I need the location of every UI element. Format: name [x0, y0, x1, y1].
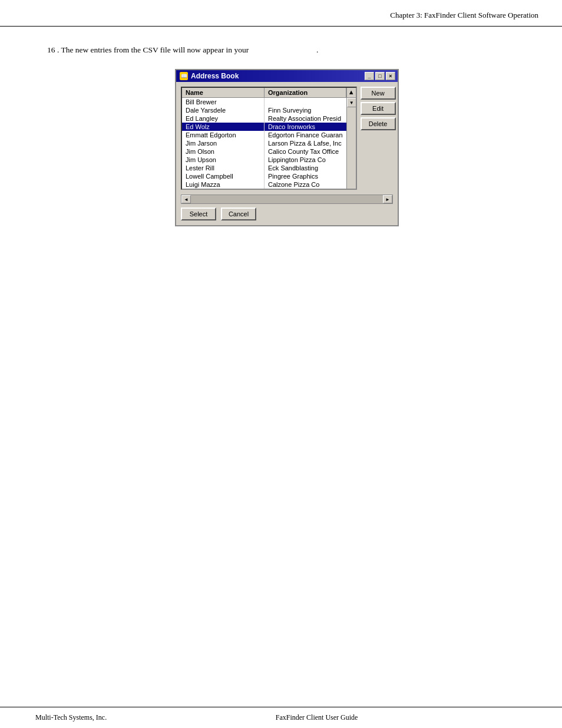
- minimize-button[interactable]: _: [365, 72, 374, 80]
- cell-org: Larson Pizza & Lafse, Inc: [265, 139, 346, 147]
- page-header: Chapter 3: FaxFinder Client Software Ope…: [0, 0, 562, 27]
- page-footer: Multi-Tech Systems, Inc. FaxFinder Clien…: [0, 707, 562, 728]
- column-header-name: Name: [182, 88, 265, 97]
- select-button[interactable]: Select: [181, 207, 216, 220]
- cell-name: Jim Olson: [182, 147, 265, 156]
- list-item[interactable]: Jim Olson Calico County Tax Office: [182, 147, 346, 156]
- dialog-title: Address Book: [191, 72, 239, 80]
- cell-name: Luigi Mazza: [182, 180, 265, 189]
- list-item-selected[interactable]: Ed Wolz Draco Ironworks: [182, 123, 346, 131]
- list-item[interactable]: Ed Langley Realty Association Presid: [182, 114, 346, 123]
- cancel-button[interactable]: Cancel: [221, 207, 256, 220]
- cell-name: Emmatt Edgorton: [182, 131, 265, 139]
- vertical-scrollbar[interactable]: ▼: [346, 98, 356, 189]
- chapter-title: Chapter 3: FaxFinder Client Software Ope…: [390, 11, 538, 20]
- cell-org: Edgorton Finance Guaran: [265, 131, 346, 139]
- cell-org: Lippington Pizza Co: [265, 156, 346, 164]
- cell-org: Pingree Graphics: [265, 172, 346, 180]
- list-item[interactable]: Dale Yarsdele Finn Surveying: [182, 106, 346, 114]
- edit-button[interactable]: Edit: [361, 102, 396, 115]
- cell-name: Jim Upson: [182, 156, 265, 164]
- cell-name: Lester Rill: [182, 164, 265, 172]
- title-bar: 📖 Address Book _ □ ×: [176, 70, 398, 82]
- scroll-right-btn[interactable]: ►: [383, 195, 392, 203]
- list-item[interactable]: Jim Jarson Larson Pizza & Lafse, Inc: [182, 139, 346, 147]
- list-item[interactable]: Bill Brewer: [182, 98, 346, 106]
- address-book-dialog: 📖 Address Book _ □ × Name Or: [175, 69, 399, 226]
- column-header-org: Organization: [265, 88, 346, 97]
- cell-org: Draco Ironworks: [265, 123, 346, 131]
- maximize-button[interactable]: □: [375, 72, 385, 80]
- cell-name: Lowell Campbell: [182, 172, 265, 180]
- bottom-buttons: Select Cancel: [176, 204, 398, 225]
- right-buttons: New Edit Delete: [361, 87, 396, 190]
- list-item[interactable]: Luigi Mazza Calzone Pizza Co: [182, 180, 346, 189]
- dialog-icon: 📖: [180, 72, 188, 80]
- footer-center: FaxFinder Client User Guide: [276, 713, 358, 722]
- horizontal-scrollbar-wrapper: ◄ ►: [181, 195, 393, 204]
- step-content: The new entries from the CSV file will n…: [61, 45, 249, 54]
- horizontal-scrollbar[interactable]: ◄ ►: [181, 195, 393, 204]
- scroll-up-btn[interactable]: ▲: [346, 88, 356, 97]
- cell-name: Jim Jarson: [182, 139, 265, 147]
- scroll-down-btn[interactable]: ▼: [347, 98, 356, 107]
- cell-org: Finn Surveying: [265, 106, 346, 114]
- list-body: Bill Brewer Dale Yarsdele Finn Surveying…: [182, 98, 356, 189]
- title-bar-left: 📖 Address Book: [180, 72, 239, 80]
- step-text: 16 . The new entries from the CSV file w…: [47, 44, 527, 56]
- cell-org: Calico County Tax Office: [265, 147, 346, 156]
- delete-button[interactable]: Delete: [361, 117, 396, 130]
- footer-left: Multi-Tech Systems, Inc.: [35, 713, 107, 722]
- new-button[interactable]: New: [361, 87, 396, 100]
- page-body: 16 . The new entries from the CSV file w…: [0, 27, 562, 262]
- scroll-track: [191, 195, 383, 203]
- close-button[interactable]: ×: [386, 72, 395, 80]
- dialog-content: Name Organization ▲ Bill Brewer: [176, 82, 398, 195]
- list-item[interactable]: Lowell Campbell Pingree Graphics: [182, 172, 346, 180]
- cell-name: Ed Wolz: [182, 123, 265, 131]
- cell-org: Calzone Pizza Co: [265, 180, 346, 189]
- cell-name: Ed Langley: [182, 114, 265, 123]
- dialog-wrapper: 📖 Address Book _ □ × Name Or: [47, 69, 527, 226]
- list-item[interactable]: Lester Rill Eck Sandblasting: [182, 164, 346, 172]
- cell-name: Bill Brewer: [182, 98, 265, 106]
- list-container: Name Organization ▲ Bill Brewer: [181, 87, 357, 190]
- cell-name: Dale Yarsdele: [182, 106, 265, 114]
- cell-org: Realty Association Presid: [265, 114, 346, 123]
- step-number: 16: [47, 45, 55, 54]
- list-header: Name Organization ▲: [182, 88, 356, 98]
- list-item[interactable]: Jim Upson Lippington Pizza Co: [182, 156, 346, 164]
- cell-org: Eck Sandblasting: [265, 164, 346, 172]
- cell-org: [265, 98, 346, 106]
- list-item[interactable]: Emmatt Edgorton Edgorton Finance Guaran: [182, 131, 346, 139]
- title-controls: _ □ ×: [365, 72, 395, 80]
- scroll-left-btn[interactable]: ◄: [181, 195, 191, 203]
- list-rows: Bill Brewer Dale Yarsdele Finn Surveying…: [182, 98, 346, 189]
